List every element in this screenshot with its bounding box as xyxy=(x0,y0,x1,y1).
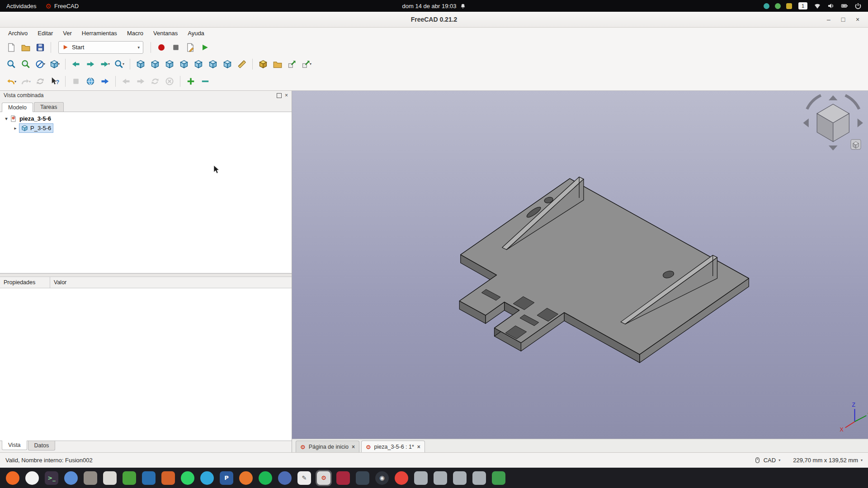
panel-splitter[interactable] xyxy=(0,273,292,277)
window-titlebar[interactable]: FreeCAD 0.21.2 – □ × xyxy=(0,12,868,28)
close-tab-icon[interactable]: × xyxy=(417,444,420,450)
menu-item[interactable]: Ventanas xyxy=(149,28,182,38)
dock-freecad[interactable]: ⚙ xyxy=(316,470,332,486)
3d-view[interactable]: Z Y X xyxy=(292,90,868,439)
dock-libreoffice-writer[interactable] xyxy=(141,470,157,486)
create-group-button[interactable] xyxy=(271,57,284,71)
view-front-button[interactable] xyxy=(148,57,162,71)
dock-libreoffice-calc[interactable] xyxy=(121,470,137,486)
dock-remote-1[interactable] xyxy=(413,470,429,486)
view-bottom-button[interactable] xyxy=(206,57,220,71)
dock-chromium[interactable] xyxy=(63,470,79,486)
dock-telegram[interactable] xyxy=(199,470,215,486)
menu-item[interactable]: Ayuda xyxy=(183,28,209,38)
indicator-green[interactable] xyxy=(775,3,781,9)
link-actions-button[interactable]: ▾ xyxy=(300,57,313,71)
mdi-tab[interactable]: ⚙ pieza_3-5-6 : 1* × xyxy=(361,441,425,453)
make-link-button[interactable] xyxy=(285,57,299,71)
indicator-yellow[interactable] xyxy=(786,3,792,9)
open-document-button[interactable] xyxy=(19,41,33,54)
chevron-down-icon[interactable]: ▾ xyxy=(778,458,780,462)
dock-notes[interactable]: ✎ xyxy=(296,470,312,486)
dock-virt-manager[interactable] xyxy=(491,470,507,486)
mdi-tab[interactable]: ⚙ Página de inicio × xyxy=(296,441,359,453)
refresh-button[interactable] xyxy=(33,75,47,88)
redo-button[interactable]: ▾ xyxy=(19,75,33,88)
tree-selection[interactable]: P_3-5-6 xyxy=(19,123,53,133)
whats-this-button[interactable] xyxy=(48,75,61,88)
menu-item[interactable]: Ver xyxy=(58,28,76,38)
float-panel-icon[interactable] xyxy=(277,93,282,98)
dock-libreoffice-impress[interactable] xyxy=(160,470,176,486)
dock-anydesk[interactable] xyxy=(393,470,410,486)
close-button[interactable]: × xyxy=(852,14,863,25)
dock-whatsapp[interactable] xyxy=(179,470,196,486)
close-panel-icon[interactable]: × xyxy=(285,93,288,98)
create-part-button[interactable] xyxy=(256,57,270,71)
browser-forward-button[interactable] xyxy=(134,75,147,88)
panel-bottom-tab[interactable]: Vista xyxy=(2,441,27,450)
save-document-button[interactable] xyxy=(33,41,47,54)
value-col-header[interactable]: Valor xyxy=(50,277,66,288)
zoom-tools-button[interactable]: ▾ xyxy=(113,57,126,71)
dock-snap-store[interactable] xyxy=(24,470,40,486)
view-left-button[interactable] xyxy=(221,57,234,71)
linked-view-button[interactable]: ▾ xyxy=(98,57,112,71)
clock-menu[interactable]: dom 14 de abr 19:03 xyxy=(402,3,466,9)
web-home-button[interactable] xyxy=(84,75,97,88)
navcube-iso-button[interactable] xyxy=(851,140,861,150)
macro-record-button[interactable] xyxy=(155,41,168,54)
menu-item[interactable]: Herramientas xyxy=(77,28,122,38)
units-caret-icon[interactable]: ▾ xyxy=(861,458,863,462)
macro-stop-button[interactable] xyxy=(169,41,183,54)
indicator-teal[interactable] xyxy=(764,3,769,9)
web-stop-button[interactable] xyxy=(69,75,83,88)
dock-dev-tools[interactable] xyxy=(354,470,371,486)
minimize-button[interactable]: – xyxy=(823,14,835,25)
macro-edit-button[interactable] xyxy=(184,41,197,54)
collapse-button[interactable] xyxy=(198,75,212,88)
panel-bottom-tab[interactable]: Datos xyxy=(28,441,56,450)
macro-execute-button[interactable] xyxy=(198,41,212,54)
dock-plex[interactable]: P xyxy=(218,470,235,486)
view-rear-button[interactable] xyxy=(192,57,205,71)
zoom-selection-button[interactable] xyxy=(19,57,33,71)
dock-text-editor[interactable] xyxy=(102,470,118,486)
view-right-button[interactable] xyxy=(177,57,191,71)
new-document-button[interactable] xyxy=(5,41,18,54)
open-browser-button[interactable] xyxy=(98,75,112,88)
power-icon[interactable] xyxy=(854,2,862,9)
dock-spotify[interactable] xyxy=(257,470,274,486)
wifi-icon[interactable] xyxy=(814,2,821,9)
focused-app-menu[interactable]: ⚙ FreeCAD xyxy=(45,3,79,9)
menu-item[interactable]: Archivo xyxy=(4,28,32,38)
nav-style-selector[interactable]: CAD xyxy=(764,457,776,464)
menu-item[interactable]: Editar xyxy=(33,28,57,38)
dock-obs[interactable]: ◉ xyxy=(374,470,390,486)
combo-view-tab[interactable]: Tareas xyxy=(34,102,64,112)
undo-button[interactable]: ▾ xyxy=(5,75,18,88)
view-top-button[interactable] xyxy=(163,57,176,71)
dock-firefox[interactable] xyxy=(5,470,21,486)
navigation-cube[interactable] xyxy=(803,95,863,150)
browser-stop-button[interactable] xyxy=(163,75,176,88)
volume-icon[interactable] xyxy=(827,2,835,9)
tree-item-body[interactable]: ▸ P_3-5-6 xyxy=(0,123,292,133)
properties-col-header[interactable]: Propiedades xyxy=(0,277,50,288)
dock-remote-4[interactable] xyxy=(471,470,487,486)
close-tab-icon[interactable]: × xyxy=(352,444,355,450)
fit-all-button[interactable] xyxy=(5,57,18,71)
combo-view-tab[interactable]: Modelo xyxy=(2,103,33,112)
dock-terminal[interactable]: >_ xyxy=(43,470,60,486)
battery-icon[interactable] xyxy=(841,2,848,9)
nav-forward-view-button[interactable] xyxy=(84,57,97,71)
dock-remote-2[interactable] xyxy=(432,470,448,486)
axonometric-button[interactable]: ▾ xyxy=(48,57,61,71)
browser-reload-button[interactable] xyxy=(148,75,162,88)
nav-back-view-button[interactable] xyxy=(69,57,83,71)
properties-table[interactable] xyxy=(0,288,292,441)
maximize-button[interactable]: □ xyxy=(837,14,849,25)
dock-video-editor[interactable] xyxy=(335,470,351,486)
tree-item-document[interactable]: ▾ ⚙ pieza_3-5-6 xyxy=(0,114,292,123)
workbench-selector[interactable]: Start ▾ xyxy=(58,41,143,54)
